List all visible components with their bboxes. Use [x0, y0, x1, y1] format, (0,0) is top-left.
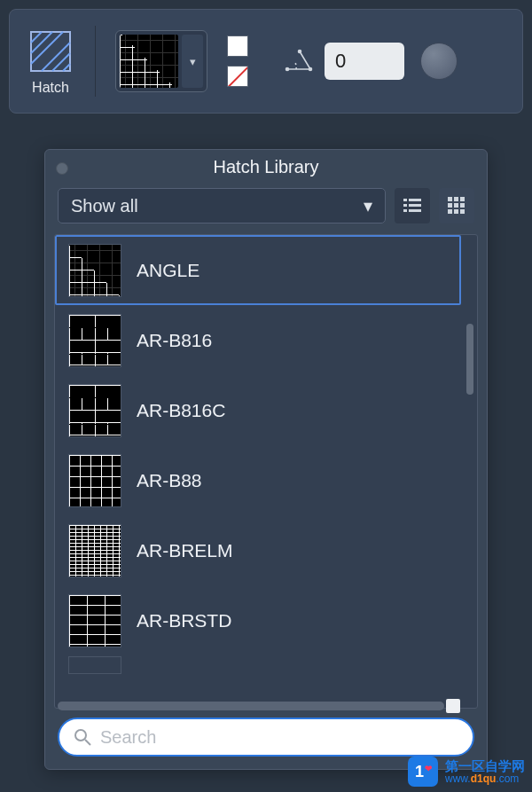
svg-rect-14: [403, 209, 407, 212]
pattern-thumb: [69, 385, 121, 436]
angle-group: [284, 43, 458, 80]
svg-rect-22: [448, 209, 452, 214]
svg-rect-23: [454, 209, 458, 214]
pattern-thumb: [69, 657, 121, 673]
svg-line-3: [31, 32, 42, 43]
svg-rect-11: [409, 199, 421, 201]
chevron-down-icon: ▾: [182, 35, 203, 88]
svg-point-9: [299, 51, 301, 53]
svg-rect-10: [403, 199, 407, 201]
pattern-label: AR-B88: [137, 470, 202, 491]
svg-rect-24: [460, 209, 465, 214]
list-item[interactable]: AR-B816C: [55, 375, 461, 445]
angle-knob[interactable]: [420, 43, 458, 80]
hatch-tool-button[interactable]: Hatch: [26, 27, 75, 96]
list-item[interactable]: AR-B816: [55, 305, 461, 375]
svg-line-5: [52, 53, 70, 71]
svg-point-8: [309, 68, 312, 71]
list-item[interactable]: ANGLE: [55, 235, 461, 305]
svg-rect-15: [409, 209, 421, 212]
list-item[interactable]: AR-BRELM: [55, 515, 461, 585]
svg-line-26: [85, 740, 90, 745]
svg-line-6: [63, 64, 70, 71]
current-pattern-thumb: [120, 35, 178, 88]
svg-rect-12: [403, 204, 407, 207]
foreground-color-swatch[interactable]: [227, 35, 248, 57]
svg-line-2: [31, 32, 52, 53]
svg-point-7: [286, 68, 289, 71]
svg-point-25: [75, 730, 86, 741]
chevron-down-icon: ▾: [364, 195, 372, 216]
panel-title: Hatch Library: [45, 150, 487, 186]
svg-rect-18: [460, 197, 465, 201]
svg-rect-21: [460, 203, 465, 208]
svg-rect-19: [448, 203, 452, 208]
pattern-picker[interactable]: ▾: [115, 30, 207, 92]
hatch-icon: [26, 27, 75, 76]
list-item[interactable]: AR-BRSTD: [55, 585, 461, 655]
watermark-badge: 1❤: [408, 757, 438, 787]
separator: [95, 26, 96, 97]
search-icon: [74, 728, 91, 746]
pattern-list: ANGLEAR-B816AR-B816CAR-B88AR-BRELMAR-BRS…: [54, 234, 478, 709]
pattern-label: AR-B816C: [137, 400, 225, 421]
search-input[interactable]: [100, 727, 458, 748]
pattern-label: AR-B816: [137, 330, 212, 351]
watermark-text: 第一区自学网 www.d1qu.com: [445, 759, 525, 784]
pattern-thumb: [69, 315, 121, 366]
pattern-thumb: [69, 595, 121, 647]
color-swatches: [227, 35, 248, 87]
pattern-thumb: [69, 455, 121, 506]
angle-input[interactable]: [325, 43, 404, 80]
scrollbar-horizontal[interactable]: [58, 702, 444, 710]
svg-rect-17: [454, 197, 458, 201]
hatch-tool-label: Hatch: [32, 80, 69, 96]
scrollbar-horizontal-thumb[interactable]: [446, 699, 460, 713]
filter-label: Show all: [71, 196, 138, 216]
search-field[interactable]: [58, 718, 474, 757]
svg-rect-20: [454, 203, 458, 208]
angle-icon: [284, 46, 314, 76]
watermark: 1❤ 第一区自学网 www.d1qu.com: [408, 757, 525, 787]
hatch-toolbar: Hatch ▾: [9, 9, 523, 114]
grid-view-button[interactable]: [439, 188, 474, 223]
list-view-button[interactable]: [395, 188, 430, 223]
filter-dropdown[interactable]: Show all ▾: [58, 188, 386, 223]
scrollbar-vertical[interactable]: [466, 324, 473, 395]
pattern-thumb: [69, 525, 121, 576]
pattern-thumb: [69, 245, 121, 296]
pattern-label: ANGLE: [137, 260, 200, 281]
svg-rect-13: [409, 204, 421, 207]
pattern-label: AR-BRSTD: [137, 610, 231, 631]
list-item[interactable]: AR-B88: [55, 445, 461, 515]
pattern-label: AR-BRELM: [137, 540, 233, 561]
svg-rect-16: [448, 197, 452, 201]
hatch-library-panel: Hatch Library Show all ▾ ANGLEAR-B816AR-…: [44, 149, 488, 770]
background-color-swatch[interactable]: [227, 66, 248, 87]
list-item[interactable]: [55, 655, 461, 678]
